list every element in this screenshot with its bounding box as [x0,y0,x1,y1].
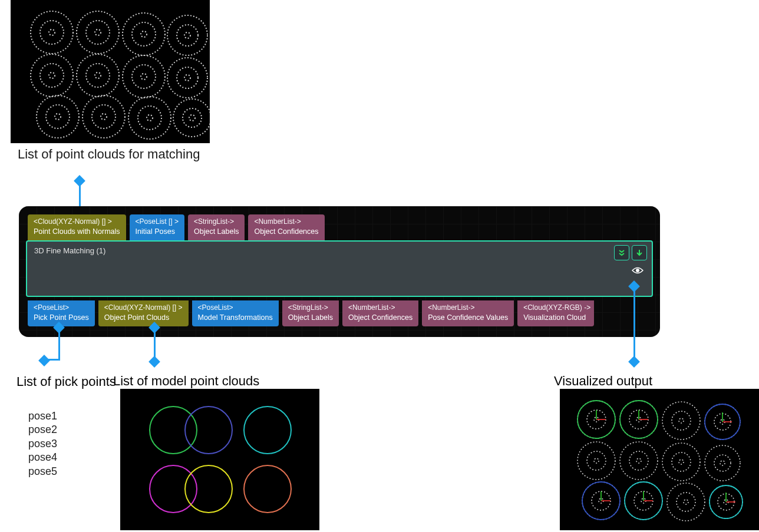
svg-point-63 [679,460,684,464]
output-port-object-clouds[interactable]: <Cloud(XYZ-Normal) [] > Object Point Clo… [98,300,189,326]
port-name: Pick Point Poses [34,313,89,323]
svg-point-65 [714,455,731,471]
svg-point-36 [636,269,639,272]
svg-point-31 [138,106,161,130]
list-item: pose2 [28,423,57,437]
svg-point-50 [672,411,691,430]
svg-point-42 [244,465,291,513]
visualized-output-image [560,389,759,530]
svg-point-51 [679,418,684,423]
svg-point-56 [587,451,606,470]
svg-point-6 [123,13,165,55]
svg-point-12 [31,54,73,97]
port-name: Object Labels [194,227,239,237]
output-port-confidences[interactable]: <NumberList-> Object Confidences [342,300,418,326]
svg-point-13 [40,64,64,87]
output-port-viz-cloud[interactable]: <Cloud(XYZ-RGB) -> Visualization Cloud [517,300,594,326]
svg-point-14 [49,72,55,78]
svg-point-2 [49,29,55,35]
svg-point-23 [184,75,190,81]
svg-point-38 [185,407,232,454]
svg-point-0 [31,11,73,54]
svg-point-62 [672,452,691,471]
svg-point-10 [177,25,198,46]
input-ports-row: <Cloud(XYZ-Normal) [] > Point Clouds wit… [28,214,325,240]
caption-pointclouds: List of point clouds for matching [18,146,200,163]
caption-model-clouds: List of model point clouds [113,374,259,389]
output-port-pick-poses[interactable]: <PoseList> Pick Point Poses [28,300,95,326]
input-port-object-confidences[interactable]: <NumberList-> Object Confidences [248,214,324,240]
svg-point-64 [705,445,740,481]
visibility-icon[interactable] [632,266,644,277]
port-type: <NumberList-> [348,303,412,313]
svg-point-55 [578,442,615,480]
port-type: <StringList-> [288,303,333,313]
svg-point-28 [92,105,116,128]
svg-point-30 [128,97,171,139]
port-name: Model Transformations [198,313,273,323]
output-port-labels[interactable]: <StringList-> Object Labels [282,300,339,326]
expand-button[interactable] [614,245,629,260]
output-port-model-transforms[interactable]: <PoseList> Model Transformations [192,300,279,326]
svg-point-24 [37,95,79,138]
svg-point-59 [629,451,648,470]
svg-point-27 [82,95,125,138]
port-name: Object Labels [288,313,333,323]
svg-point-7 [132,22,156,46]
svg-point-29 [101,114,107,120]
svg-point-8 [141,31,147,37]
port-type: <NumberList-> [254,217,318,227]
svg-point-40 [150,465,197,513]
port-name: Object Confidences [254,227,318,237]
list-item: pose4 [28,451,57,464]
port-type: <Cloud(XYZ-Normal) [] > [104,303,183,313]
port-type: <Cloud(XYZ-Normal) [] > [34,217,120,227]
node-title: 3D Fine Matching (1) [34,246,105,255]
output-port-pose-confidence[interactable]: <NumberList-> Pose Confidence Values [422,300,514,326]
list-item: pose3 [28,437,57,451]
list-item: pose1 [28,409,57,423]
svg-point-39 [244,407,291,454]
port-name: Visualization Cloud [523,313,588,323]
caption-visualized: Visualized output [554,374,652,389]
svg-point-66 [720,461,725,465]
svg-point-20 [141,74,147,80]
svg-point-74 [676,493,695,511]
port-type: <PoseList> [34,303,89,313]
input-port-object-labels[interactable]: <StringList-> Object Labels [188,214,245,240]
model-clouds-image [120,389,319,530]
output-ports-row: <PoseList> Pick Point Poses <Cloud(XYZ-N… [28,300,594,326]
node-body[interactable]: 3D Fine Matching (1) [26,240,653,297]
list-item: pose5 [28,465,57,478]
port-type: <PoseList> [198,303,273,313]
input-port-pointclouds[interactable]: <Cloud(XYZ-Normal) [] > Point Clouds wit… [28,214,126,240]
node-controls [614,245,647,260]
port-name: Pose Confidence Values [428,313,508,323]
pose-list: pose1 pose2 pose3 pose4 pose5 [28,409,57,478]
run-button[interactable] [632,245,647,260]
port-type: <PoseList [] > [136,217,179,227]
svg-point-22 [177,67,198,88]
svg-point-58 [620,442,658,480]
input-port-initial-poses[interactable]: <PoseList [] > Initial Poses [130,214,184,240]
svg-point-60 [636,458,641,463]
port-type: <StringList-> [194,217,239,227]
svg-point-61 [662,443,700,481]
svg-point-15 [77,54,119,97]
svg-point-41 [185,465,232,513]
svg-point-11 [184,32,190,38]
svg-point-75 [684,500,688,504]
svg-point-1 [40,21,64,44]
port-type: <NumberList-> [428,303,508,313]
svg-point-73 [667,483,705,521]
svg-point-18 [123,55,165,98]
svg-point-34 [183,108,202,127]
svg-point-25 [46,105,70,128]
svg-point-4 [86,21,110,44]
svg-point-26 [55,114,61,120]
svg-point-37 [150,407,197,454]
svg-point-49 [662,402,700,440]
svg-point-35 [189,115,195,121]
svg-point-5 [95,29,101,35]
svg-point-19 [132,65,156,88]
